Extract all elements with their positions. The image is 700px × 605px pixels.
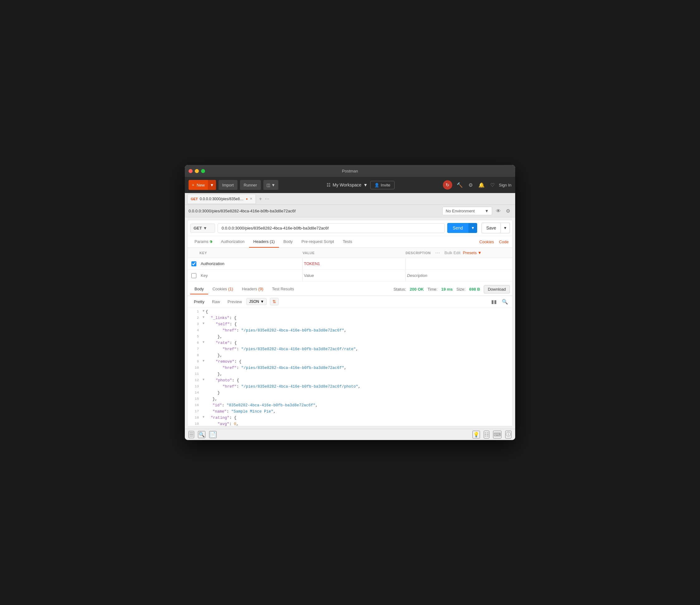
code-link[interactable]: Code [498, 236, 510, 247]
body-label: Body [283, 239, 293, 244]
copy-button[interactable]: ▮▮ [490, 298, 498, 305]
preview-tab[interactable]: Preview [224, 298, 245, 305]
header-value-input[interactable] [303, 259, 405, 268]
lightbulb-icon[interactable]: 💡 [473, 431, 480, 438]
add-tab-button[interactable]: + [257, 196, 264, 202]
code-line-19: 19 "avg": 0, [188, 421, 512, 426]
raw-tab[interactable]: Raw [209, 298, 223, 305]
request-area: GET ▼ Send ▼ Save ▼ Params ● Authorizati… [187, 220, 513, 426]
wrench-icon[interactable]: 🔨 [455, 181, 464, 189]
new-button[interactable]: ＋ New ▼ [189, 180, 216, 190]
invite-label: Invite [381, 183, 391, 188]
header-key-input[interactable] [199, 259, 302, 268]
authorization-tab[interactable]: Authorization [217, 236, 249, 248]
tab-modified-dot: ● [246, 197, 248, 200]
save-group: Save ▼ [481, 223, 510, 233]
send-button[interactable]: Send [447, 223, 469, 233]
maximize-button[interactable] [201, 169, 205, 173]
save-button[interactable]: Save [481, 223, 501, 233]
header-checkbox-empty[interactable] [191, 273, 196, 278]
code-line-12: 12 ▼ "photo": { [188, 377, 512, 384]
url-input[interactable] [218, 223, 445, 233]
code-line-14: 14 } [188, 390, 512, 396]
resp-headers-tab[interactable]: Headers (9) [238, 284, 268, 294]
grid-bottom-icon[interactable]: ☷ [484, 431, 489, 438]
size-label: Size: [457, 287, 466, 292]
bulk-edit-button[interactable]: Bulk Edit [445, 250, 460, 255]
method-label: GET [194, 226, 202, 231]
cookies-link[interactable]: Cookies [478, 236, 495, 247]
environment-select[interactable]: No Environment ▼ [442, 207, 492, 215]
search-button[interactable]: 🔍 [501, 298, 509, 305]
save-dropdown-button[interactable]: ▼ [501, 223, 510, 233]
headers-tab[interactable]: Headers (1) [249, 236, 279, 248]
gear-icon[interactable]: ⚙ [505, 207, 511, 215]
resp-body-tab[interactable]: Body [190, 284, 208, 294]
close-button[interactable] [189, 169, 193, 173]
code-line-16: 16 "id": "835e8282-4bca-416e-b0fb-ba3d8e… [188, 402, 512, 409]
header-key-placeholder[interactable] [199, 271, 302, 280]
tests-tab[interactable]: Tests [339, 236, 356, 248]
presets-button[interactable]: Presets ▼ [463, 250, 481, 255]
tests-label: Tests [343, 239, 352, 244]
new-dropdown-arrow[interactable]: ▼ [208, 180, 216, 190]
send-dropdown-button[interactable]: ▼ [469, 223, 477, 233]
sync-button[interactable]: ↻ [443, 180, 452, 190]
header-value-placeholder[interactable] [303, 271, 405, 280]
code-line-3: 3 ▼ "self": { [188, 321, 512, 328]
heart-icon[interactable]: ♡ [489, 181, 496, 189]
minimize-button[interactable] [195, 169, 199, 173]
resp-testresults-tab[interactable]: Test Results [268, 284, 299, 294]
console-icon[interactable]: 📄 [209, 431, 217, 438]
more-tabs-button[interactable]: ⋯ [265, 196, 269, 201]
params-label: Params [195, 239, 208, 244]
prerequest-tab[interactable]: Pre-request Script [297, 236, 339, 248]
resp-headers-label: Headers [242, 287, 258, 291]
keyboard-icon[interactable]: ⌨ [493, 431, 501, 438]
req-tabs-right: Cookies Code [478, 236, 510, 247]
help-icon[interactable]: ⓘ [505, 431, 511, 438]
size-value: 698 B [469, 287, 480, 292]
format-select[interactable]: JSON ▼ [246, 298, 267, 305]
sidebar-toggle-icon[interactable]: ☰ [189, 431, 194, 438]
resp-body-label: Body [195, 287, 204, 291]
body-tab[interactable]: Body [279, 236, 297, 248]
code-line-7: 7 "href": "/pies/835e8282-4bca-416e-b0fb… [188, 346, 512, 353]
code-line-1: 1 ▼ { [188, 309, 512, 315]
eye-icon[interactable]: 👁 [495, 207, 502, 215]
pretty-tab[interactable]: Pretty [191, 298, 207, 305]
method-select[interactable]: GET ▼ [190, 224, 215, 233]
status-label: Status: [393, 287, 406, 292]
import-button[interactable]: Import [219, 180, 238, 190]
download-button[interactable]: Download [484, 285, 510, 293]
signin-button[interactable]: Sign In [499, 183, 511, 188]
header-checkbox[interactable] [191, 261, 196, 266]
env-label: No Environment [446, 209, 475, 213]
header-desc-placeholder[interactable] [406, 271, 509, 280]
request-tab[interactable]: GET 0.0.0.0:3000/pies/835e8282-4bc: ● ✕ [187, 194, 256, 204]
response-tabs: Body Cookies (1) Headers (9) Test Result… [190, 284, 299, 294]
runner-button[interactable]: Runner [240, 180, 261, 190]
header-desc-input[interactable] [406, 259, 509, 268]
send-group: Send ▼ [447, 223, 477, 233]
wrap-button[interactable]: ⇅ [270, 298, 279, 305]
env-right: No Environment ▼ 👁 ⚙ [442, 207, 511, 215]
layout-button[interactable]: ◫ ▼ [264, 180, 279, 190]
env-arrow: ▼ [485, 209, 489, 213]
layout-arrow: ▼ [272, 183, 276, 188]
time-value: 19 ms [441, 287, 453, 292]
invite-button[interactable]: 👤 Invite [370, 181, 395, 189]
settings-icon[interactable]: ⚙ [467, 181, 474, 189]
code-area[interactable]: 1 ▼ { 2 ▼ "_links": { 3 ▼ "self": { 4 "h… [188, 308, 512, 426]
workspace-button[interactable]: ☷ My Workspace ▼ [327, 183, 368, 188]
time-label: Time: [428, 287, 438, 292]
bell-icon[interactable]: 🔔 [477, 181, 486, 189]
tab-close-icon[interactable]: ✕ [250, 197, 252, 201]
search-bottom-icon[interactable]: 🔍 [198, 431, 205, 438]
resp-cookies-label: Cookies [212, 287, 228, 291]
resp-cookies-tab[interactable]: Cookies (1) [208, 284, 238, 294]
header-more-icon[interactable]: ⋯ [433, 250, 442, 256]
traffic-lights [189, 169, 205, 173]
code-line-10: 10 "href": "/pies/835e8282-4bca-416e-b0f… [188, 365, 512, 371]
params-tab[interactable]: Params ● [190, 236, 217, 248]
